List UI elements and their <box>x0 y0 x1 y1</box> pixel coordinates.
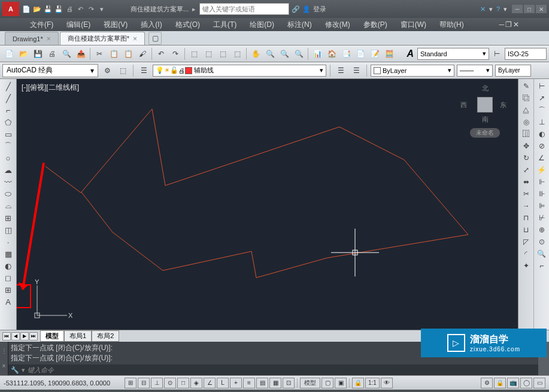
ducs-icon[interactable]: L <box>217 378 229 388</box>
table-icon[interactable]: ⊞ <box>2 284 15 296</box>
command-input-row[interactable]: 🔧 ▾ 键入命令 <box>8 364 538 375</box>
menu-view[interactable]: 视图(V) <box>104 20 128 30</box>
layout-prev-icon[interactable]: ◀ <box>11 332 20 341</box>
user-icon[interactable]: 👤 <box>302 5 311 13</box>
polygon-icon[interactable]: ⬠ <box>2 116 15 128</box>
doc-restore-button[interactable]: ❐ <box>505 20 512 29</box>
sc-icon[interactable]: ⊡ <box>283 378 295 388</box>
block-icon[interactable]: ◫ <box>2 224 15 236</box>
circle-icon[interactable]: ○ <box>2 152 15 164</box>
close-button[interactable]: ✕ <box>536 5 547 13</box>
mtext-icon[interactable]: A <box>2 296 15 308</box>
textstyle-dropdown[interactable]: Standard ▾ <box>417 48 489 60</box>
scale-icon[interactable]: ⤢ <box>520 164 533 176</box>
chamfer-icon[interactable]: ◸ <box>520 236 533 248</box>
tool3-icon[interactable]: ⬚ <box>216 47 229 60</box>
menu-format[interactable]: 格式(O) <box>175 20 200 30</box>
help-icon[interactable]: ? <box>496 5 500 13</box>
dimstyle-icon[interactable]: ⊢ <box>490 47 503 60</box>
zoom-previous-icon[interactable]: 🔍 <box>292 47 305 60</box>
revcloud-icon[interactable]: ☁ <box>2 164 15 176</box>
search-input[interactable] <box>200 5 289 13</box>
layer-state-icon[interactable]: ☰ <box>334 64 347 77</box>
dim-radius-icon[interactable]: ◐ <box>535 128 548 140</box>
layout-last-icon[interactable]: ⏭ <box>29 332 38 341</box>
doc-close-button[interactable]: ✕ <box>513 20 519 29</box>
dimstyle-dropdown[interactable]: ISO-25 <box>505 48 547 60</box>
open-icon[interactable]: 📂 <box>17 47 30 60</box>
dim-continue-icon[interactable]: ⊪ <box>535 188 548 200</box>
app-logo[interactable]: A <box>2 2 19 16</box>
lwt-icon[interactable]: ≡ <box>243 378 255 388</box>
sheet-icon[interactable]: 📄 <box>354 47 367 60</box>
dim-quick-icon[interactable]: ⚡ <box>535 164 548 176</box>
dim-space-icon[interactable]: ⊫ <box>535 200 548 212</box>
maximize-button[interactable]: □ <box>524 5 535 13</box>
command-handle[interactable]: ⋮ × <box>0 342 8 375</box>
dim-diameter-icon[interactable]: ⊘ <box>535 140 548 152</box>
login-link[interactable]: 登录 <box>313 5 326 14</box>
modelspace-button[interactable]: 模型 <box>300 378 320 388</box>
clean-screen-icon[interactable]: ▭ <box>533 378 545 388</box>
erase-icon[interactable]: ✎ <box>520 80 533 92</box>
dim-ordinate-icon[interactable]: ⊥ <box>535 116 548 128</box>
tool1-icon[interactable]: ⬚ <box>187 47 201 60</box>
tab-active-document[interactable]: 商住楼建筑方案草图* × <box>60 32 145 45</box>
menu-insert[interactable]: 插入(I) <box>141 20 162 30</box>
dim-baseline-icon[interactable]: ⊩ <box>535 176 548 188</box>
help-dropdown-icon[interactable]: ▾ <box>503 5 507 13</box>
fillet-icon[interactable]: ◜ <box>520 248 533 260</box>
extend-icon[interactable]: → <box>520 200 533 212</box>
new-tab-button[interactable]: ▢ <box>148 32 162 45</box>
textstyle-icon[interactable]: A <box>407 48 414 59</box>
center-mark-icon[interactable]: ⊙ <box>535 236 548 248</box>
tab-drawing1[interactable]: Drawing1* × <box>5 32 59 45</box>
3dosnap-icon[interactable]: ◈ <box>190 378 202 388</box>
coordinates[interactable]: -531112.1095, 190090.6803, 0.0000 <box>4 379 123 387</box>
tab-close-icon[interactable]: × <box>133 35 137 43</box>
zoom-window-icon[interactable]: 🔍 <box>278 47 291 60</box>
hardware-icon[interactable]: 📺 <box>507 378 519 388</box>
search-go-icon[interactable]: 🔗 <box>292 5 300 13</box>
layer-manager-icon[interactable]: ☰ <box>137 64 150 77</box>
lineweight-dropdown[interactable]: ByLayer <box>495 65 531 77</box>
workspace-combo[interactable]: AutoCAD 经典 ▾ <box>2 64 98 77</box>
isolate-icon[interactable]: ◯ <box>520 378 532 388</box>
offset-icon[interactable]: ◎ <box>520 116 533 128</box>
search-box[interactable] <box>199 3 289 15</box>
menu-help[interactable]: 帮助(H) <box>439 20 464 30</box>
copy-icon[interactable]: ⿻ <box>520 92 533 104</box>
zoom-realtime-icon[interactable]: 🔍 <box>263 47 277 60</box>
menu-parametric[interactable]: 参数(P) <box>363 20 387 30</box>
publish-icon[interactable]: 📤 <box>74 47 87 60</box>
redo-icon[interactable]: ↷ <box>169 47 182 60</box>
layer-prev-icon[interactable]: ☰ <box>350 64 363 77</box>
exchange-icon[interactable]: ✕ <box>480 5 486 13</box>
lock-ui-icon[interactable]: 🔒 <box>494 378 506 388</box>
menu-window[interactable]: 窗口(W) <box>401 20 426 30</box>
viewcube[interactable]: 北 南 西 东 未命名 <box>464 84 506 144</box>
point-icon[interactable]: · <box>2 236 15 248</box>
gear-icon[interactable]: ⚙ <box>101 64 114 77</box>
grid-icon[interactable]: ⊟ <box>138 378 150 388</box>
ellipse-arc-icon[interactable]: ⌓ <box>2 200 15 212</box>
close-icon[interactable]: × <box>2 363 6 369</box>
trim-icon[interactable]: ✂ <box>520 188 533 200</box>
tool2-icon[interactable]: ⬚ <box>202 47 215 60</box>
snap-icon[interactable]: ⊞ <box>125 378 137 388</box>
ws-switch-icon[interactable]: ⚙ <box>481 378 493 388</box>
ortho-icon[interactable]: ⊥ <box>151 378 163 388</box>
hatch-icon[interactable]: ▦ <box>2 248 15 260</box>
annotation-scale-icon[interactable]: 🔒 <box>352 378 364 388</box>
gradient-icon[interactable]: ◐ <box>2 260 15 272</box>
copy-icon[interactable]: 📋 <box>107 47 120 60</box>
dim-angular-icon[interactable]: ∠ <box>535 152 548 164</box>
paste-icon[interactable]: 📋 <box>122 47 135 60</box>
print-icon[interactable]: 🖨 <box>65 4 74 14</box>
menu-modify[interactable]: 修改(M) <box>325 20 350 30</box>
undo-icon[interactable]: ↶ <box>154 47 168 60</box>
annotation-scale[interactable]: 1:1 <box>365 378 380 388</box>
tab-close-icon[interactable]: × <box>47 35 51 43</box>
tool4-icon[interactable]: ⬚ <box>230 47 244 60</box>
dim-linear-icon[interactable]: ⊢ <box>535 80 548 92</box>
